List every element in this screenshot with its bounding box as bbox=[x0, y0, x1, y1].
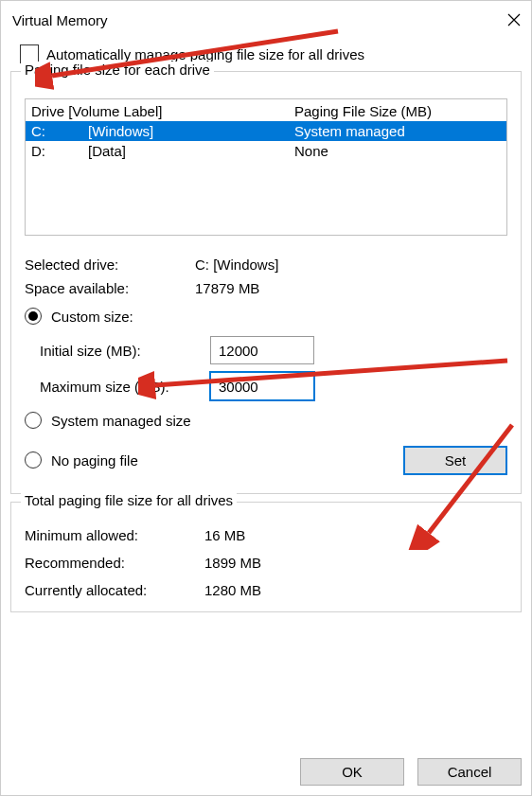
window-title: Virtual Memory bbox=[12, 12, 108, 28]
initial-size-label: Initial size (MB): bbox=[40, 343, 210, 359]
dialog-footer: OK Cancel bbox=[300, 758, 522, 786]
max-size-row: Maximum size (MB): bbox=[40, 372, 507, 400]
min-allowed-label: Minimum allowed: bbox=[25, 527, 204, 543]
drive-header-drive: Drive [Volume Label] bbox=[31, 103, 294, 119]
drive-letter: C: bbox=[31, 123, 88, 139]
drive-volume: [Data] bbox=[88, 143, 294, 159]
space-available-value: 17879 MB bbox=[195, 280, 507, 296]
allocated-label: Currently allocated: bbox=[25, 582, 204, 598]
space-available-label: Space available: bbox=[25, 280, 195, 296]
system-managed-radio[interactable] bbox=[25, 412, 42, 429]
titlebar: Virtual Memory bbox=[1, 1, 531, 39]
custom-size-radio[interactable] bbox=[25, 308, 42, 325]
custom-size-label: Custom size: bbox=[51, 309, 133, 325]
close-icon[interactable] bbox=[506, 12, 522, 27]
selected-drive-label: Selected drive: bbox=[25, 256, 195, 273]
max-size-label: Maximum size (MB): bbox=[40, 379, 210, 395]
initial-size-input[interactable] bbox=[210, 336, 314, 364]
system-managed-radio-row[interactable]: System managed size bbox=[25, 412, 507, 429]
set-button[interactable]: Set bbox=[403, 446, 507, 475]
drive-legend: Paging file size for each drive bbox=[21, 62, 214, 78]
drive-fieldset: Paging file size for each drive Drive [V… bbox=[10, 71, 522, 494]
drive-list[interactable]: Drive [Volume Label] Paging File Size (M… bbox=[25, 98, 507, 236]
min-allowed-value: 16 MB bbox=[204, 527, 507, 543]
selected-drive-value: C: [Windows] bbox=[195, 256, 507, 273]
cancel-button[interactable]: Cancel bbox=[417, 758, 522, 786]
no-paging-radio-row[interactable]: No paging file bbox=[25, 451, 138, 469]
allocated-value: 1280 MB bbox=[204, 582, 507, 598]
drive-list-header: Drive [Volume Label] Paging File Size (M… bbox=[26, 99, 506, 121]
initial-size-row: Initial size (MB): bbox=[40, 336, 507, 364]
system-managed-label: System managed size bbox=[51, 413, 191, 429]
auto-manage-checkbox[interactable] bbox=[20, 44, 39, 63]
no-paging-label: No paging file bbox=[51, 452, 138, 469]
drive-size: None bbox=[294, 143, 501, 159]
custom-size-radio-row[interactable]: Custom size: bbox=[25, 308, 507, 325]
totals-fieldset: Total paging file size for all drives Mi… bbox=[10, 502, 522, 612]
drive-volume: [Windows] bbox=[88, 123, 294, 139]
totals-legend: Total paging file size for all drives bbox=[21, 492, 237, 508]
drive-header-size: Paging File Size (MB) bbox=[294, 103, 501, 119]
drive-row[interactable]: C: [Windows] System managed bbox=[26, 121, 506, 141]
max-size-input[interactable] bbox=[210, 372, 314, 400]
selected-drive-info: Selected drive: C: [Windows] Space avail… bbox=[25, 256, 507, 296]
ok-button[interactable]: OK bbox=[300, 758, 404, 786]
auto-manage-label: Automatically manage paging file size fo… bbox=[46, 46, 364, 62]
no-paging-radio[interactable] bbox=[25, 451, 42, 469]
recommended-value: 1899 MB bbox=[204, 555, 507, 571]
drive-size: System managed bbox=[294, 123, 501, 139]
drive-row[interactable]: D: [Data] None bbox=[26, 141, 506, 161]
recommended-label: Recommended: bbox=[25, 555, 204, 571]
drive-letter: D: bbox=[31, 143, 88, 159]
auto-manage-row: Automatically manage paging file size fo… bbox=[20, 44, 516, 63]
